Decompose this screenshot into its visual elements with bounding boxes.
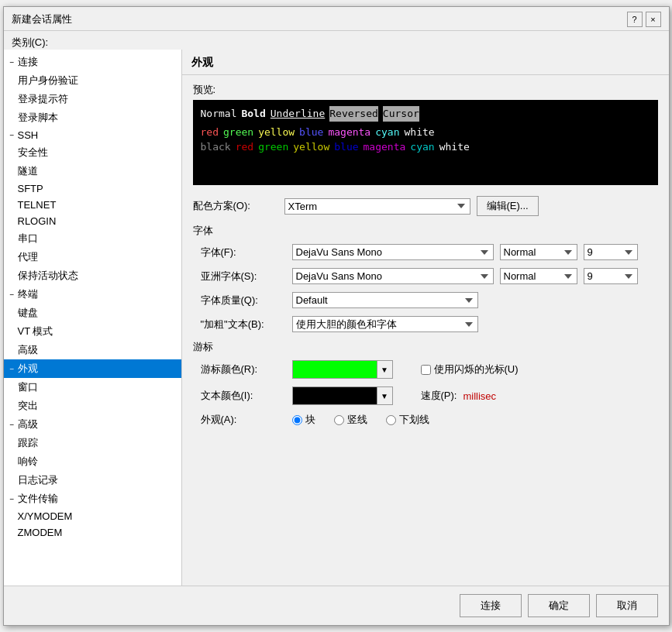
sidebar-item-yong-hu[interactable]: 用户身份验证: [4, 71, 181, 90]
radio-vline-text: 竖线: [347, 413, 367, 427]
sidebar-item-label: 保持活动状态: [18, 269, 78, 283]
radio-underline[interactable]: [386, 415, 396, 425]
cursor-color-picker: ▼: [292, 360, 393, 379]
category-label: 类别(C):: [4, 31, 669, 50]
sidebar-item-dai-li[interactable]: 代理: [4, 248, 181, 266]
preview-color-cyan: cyan: [375, 125, 399, 140]
sidebar-item-label: 高级: [18, 343, 38, 357]
preview-color-blue-n: blue: [334, 139, 358, 155]
text-color-dropdown-btn[interactable]: ▼: [377, 386, 393, 405]
dialog: 新建会话属性 ? × 类别(C): − 连接 用户身份验证: [3, 6, 670, 626]
font-section-label: 字体: [193, 224, 658, 238]
sidebar-item-sui-dao[interactable]: 隧道: [4, 162, 181, 180]
preview-underline: Underline: [271, 106, 325, 122]
sidebar-item-gen-zong[interactable]: 跟踪: [4, 434, 181, 452]
sidebar-item-label: 用户身份验证: [18, 74, 78, 88]
close-button[interactable]: ×: [646, 12, 661, 27]
sidebar-item-wen-jian[interactable]: − 文件传输: [4, 489, 181, 508]
sidebar-item-label: RLOGIN: [18, 215, 57, 227]
sidebar-item-gao-ji[interactable]: − 高级: [4, 415, 181, 434]
sidebar-item-rlogin[interactable]: RLOGIN: [4, 213, 181, 229]
sidebar-item-label: ZMODEM: [18, 527, 63, 538]
sidebar-item-wai-guan[interactable]: − 外观: [4, 359, 181, 378]
preview-color-green-n: green: [258, 139, 288, 155]
font-select[interactable]: DejaVu Sans Mono Consolas Courier New: [292, 244, 494, 260]
preview-color-green: green: [223, 125, 253, 140]
sidebar-item-bao-huo[interactable]: 保持活动状态: [4, 266, 181, 285]
sidebar-item-ri-zhi[interactable]: 日志记录: [4, 471, 181, 489]
cursor-color-dropdown-btn[interactable]: ▼: [377, 360, 393, 379]
quality-label: 字体质量(Q):: [201, 294, 286, 307]
radio-vline[interactable]: [334, 415, 344, 425]
sidebar-item-deng-lu[interactable]: 登录提示符: [4, 90, 181, 108]
expand-icon: −: [7, 58, 18, 67]
sidebar-item-xiang-ling[interactable]: 响铃: [4, 452, 181, 471]
sidebar-item-label: 代理: [18, 250, 38, 264]
help-button[interactable]: ?: [627, 12, 643, 27]
connect-button[interactable]: 连接: [460, 594, 522, 617]
sidebar-item-label: 安全性: [18, 146, 48, 160]
sidebar-item-label: 窗口: [18, 380, 38, 394]
edit-button[interactable]: 编辑(E)...: [477, 196, 539, 216]
shape-row: 外观(A): 块 竖线 下划线: [201, 413, 658, 427]
sidebar-item-label: SFTP: [18, 183, 43, 194]
font-style-select[interactable]: Normal Bold Italic Bold Italic: [500, 244, 577, 260]
title-controls: ? ×: [627, 12, 661, 27]
sidebar-item-tu-chu[interactable]: 突出: [4, 397, 181, 415]
right-content: 预览: Normal Bold Underline Reversed Curso…: [182, 75, 669, 586]
blink-label: 使用闪烁的光标(U): [434, 362, 519, 376]
scheme-label: 配色方案(O):: [193, 199, 278, 213]
sidebar-item-jian-pan[interactable]: 键盘: [4, 304, 181, 322]
preview-reversed: Reversed: [329, 106, 378, 122]
sidebar-item-deng-lu-jb[interactable]: 登录脚本: [4, 108, 181, 127]
preview-box: Normal Bold Underline Reversed Cursor re…: [193, 100, 658, 185]
sidebar-item-zmodem[interactable]: ZMODEM: [4, 524, 181, 541]
sidebar-item-chuan-kou[interactable]: 串口: [4, 229, 181, 248]
blink-checkbox[interactable]: [421, 365, 431, 375]
sidebar-item-telnet[interactable]: TELNET: [4, 197, 181, 213]
ok-button[interactable]: 确定: [528, 594, 590, 617]
quality-select[interactable]: Default Antialiased Non-Antialiased Clea…: [292, 292, 478, 308]
sidebar-item-label: SSH: [18, 129, 39, 141]
font-size-select[interactable]: 8 9 10 11 12: [584, 244, 638, 260]
sidebar-item-vt[interactable]: VT 模式: [4, 322, 181, 341]
cursor-color-label: 游标颜色(R):: [201, 362, 286, 376]
preview-color-red-n: red: [236, 139, 253, 155]
sidebar-item-chuang-kou[interactable]: 窗口: [4, 378, 181, 397]
sidebar-item-gao-ji-t[interactable]: 高级: [4, 341, 181, 359]
expand-icon: −: [7, 131, 18, 139]
sidebar-item-label: VT 模式: [18, 325, 53, 338]
bold-select[interactable]: 使用大胆的颜色和字体 使用大胆的颜色 使用大胆的字体 普通文本: [292, 316, 478, 332]
cancel-button[interactable]: 取消: [596, 594, 658, 617]
sidebar-item-label: 登录脚本: [18, 111, 58, 125]
asian-font-size-select[interactable]: 8 9 10: [584, 268, 638, 284]
sidebar-item-xymodem[interactable]: X/YMODEM: [4, 508, 181, 524]
expand-icon: −: [7, 421, 18, 429]
radio-group: 块 竖线 下划线: [292, 413, 429, 427]
bold-row: "加粗"文本(B): 使用大胆的颜色和字体 使用大胆的颜色 使用大胆的字体 普通…: [201, 316, 658, 332]
asian-font-select[interactable]: DejaVu Sans Mono Consolas: [292, 268, 494, 284]
bold-label: "加粗"文本(B):: [201, 318, 286, 331]
radio-block[interactable]: [292, 415, 302, 425]
quality-row: 字体质量(Q): Default Antialiased Non-Antiali…: [201, 292, 658, 308]
sidebar-item-label: X/YMODEM: [18, 510, 73, 522]
dialog-body: − 连接 用户身份验证 登录提示符 登录脚本: [4, 50, 669, 586]
preview-color-red: red: [201, 125, 219, 140]
sidebar-item-label: TELNET: [18, 199, 57, 211]
scheme-select[interactable]: XTerm Solarized Dark Solarized Light Mon…: [284, 198, 470, 215]
text-color-label: 文本颜色(I):: [201, 389, 286, 403]
sidebar-item-lian-jie[interactable]: − 连接: [4, 53, 181, 71]
sidebar-item-label: 外观: [18, 362, 38, 376]
sidebar-item-sftp[interactable]: SFTP: [4, 180, 181, 197]
radio-block-label: 块: [292, 413, 315, 427]
right-panel: 外观 预览: Normal Bold Underline Reversed Cu…: [182, 50, 669, 586]
sidebar-item-ssh[interactable]: − SSH: [4, 127, 181, 143]
text-color-picker: ▼: [292, 386, 393, 405]
shape-label: 外观(A):: [201, 413, 286, 427]
sidebar-item-zhong-duan[interactable]: − 终端: [4, 285, 181, 304]
scheme-row: 配色方案(O): XTerm Solarized Dark Solarized …: [193, 196, 658, 216]
sidebar-item-label: 连接: [18, 55, 38, 69]
asian-font-style-select[interactable]: Normal Bold Italic: [500, 268, 577, 284]
sidebar-item-an-quan[interactable]: 安全性: [4, 143, 181, 162]
preview-color-cyan-n: cyan: [410, 139, 434, 155]
